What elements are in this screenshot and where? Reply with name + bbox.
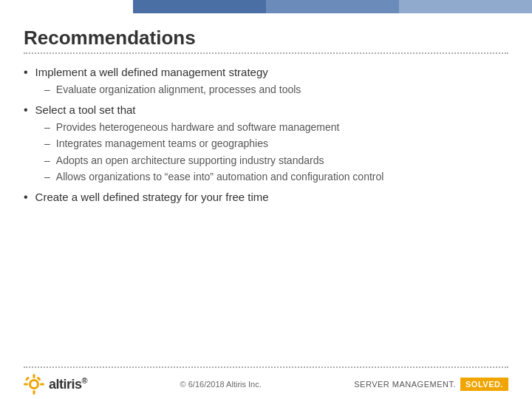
svg-rect-2 [33, 374, 35, 378]
main-content: Recommendations • Implement a well defin… [0, 13, 532, 216]
sub-item-2-4: – Allows organizations to “ease into” au… [44, 170, 508, 185]
footer-right: SERVER MANAGEMENT. SOLVED. [354, 378, 508, 391]
bullet-dot-1: • [24, 66, 28, 79]
top-bar-seg2 [133, 0, 266, 13]
title-divider [24, 52, 508, 54]
sub-item-2-1: – Provides heterogeneous hardware and so… [44, 120, 508, 135]
bullet-dot-3: • [24, 191, 28, 204]
svg-rect-5 [40, 383, 44, 386]
sub-text-2-2: Integrates management teams or geographi… [56, 137, 268, 151]
sub-text-2-3: Adopts an open architecture supporting i… [56, 154, 324, 168]
bullet-section-2: • Select a tool set that – Provides hete… [24, 102, 508, 185]
sub-item-2-3: – Adopts an open architecture supporting… [44, 154, 508, 168]
svg-rect-4 [24, 383, 28, 386]
altiris-logo-icon [24, 374, 44, 395]
bullet-text-2: Select a tool set that [35, 102, 136, 117]
page-title: Recommendations [24, 27, 508, 50]
top-color-bar [0, 0, 532, 13]
top-bar-seg4 [399, 0, 532, 13]
footer: altiris® © 6/16/2018 Altiris Inc. SERVER… [0, 361, 532, 399]
footer-copyright: © 6/16/2018 Altiris Inc. [180, 380, 262, 389]
altiris-logo-text: altiris® [49, 376, 87, 392]
logo-area: altiris® [24, 374, 87, 395]
top-bar-seg3 [266, 0, 399, 13]
bullet-text-3: Create a well defined strategy for your … [35, 189, 269, 205]
bullet-section-1: • Implement a well defined management st… [24, 64, 508, 98]
top-bar-seg1 [0, 0, 133, 13]
sub-text-2-1: Provides heterogeneous hardware and soft… [56, 120, 340, 135]
sub-text-1-1: Evaluate organization alignment, process… [56, 83, 301, 98]
sub-dash-2-3: – [44, 154, 50, 168]
sub-item-2-2: – Integrates management teams or geograp… [44, 137, 508, 151]
bullet-dot-2: • [24, 103, 28, 117]
bullet-text-1: Implement a well defined management stra… [35, 64, 268, 80]
svg-rect-3 [33, 390, 35, 395]
sub-dash-2-4: – [44, 170, 50, 185]
bullet-section-3: • Create a well defined strategy for you… [24, 189, 508, 205]
solved-badge: SOLVED. [460, 378, 508, 391]
bullet-item-3: • Create a well defined strategy for you… [24, 189, 508, 205]
footer-divider [24, 366, 508, 368]
footer-content: altiris® © 6/16/2018 Altiris Inc. SERVER… [24, 374, 508, 395]
sub-dash-2-2: – [44, 137, 50, 151]
bullet-item-1: • Implement a well defined management st… [24, 64, 508, 80]
sub-dash-1-1: – [44, 83, 50, 98]
logo-trademark: ® [82, 376, 88, 385]
sub-text-2-4: Allows organizations to “ease into” auto… [56, 170, 384, 185]
sub-dash-2-1: – [44, 120, 50, 135]
svg-point-1 [31, 381, 37, 387]
sub-item-1-1: – Evaluate organization alignment, proce… [44, 83, 508, 98]
bullet-item-2: • Select a tool set that [24, 102, 508, 117]
svg-rect-6 [25, 376, 30, 381]
server-management-text: SERVER MANAGEMENT. [354, 380, 456, 389]
